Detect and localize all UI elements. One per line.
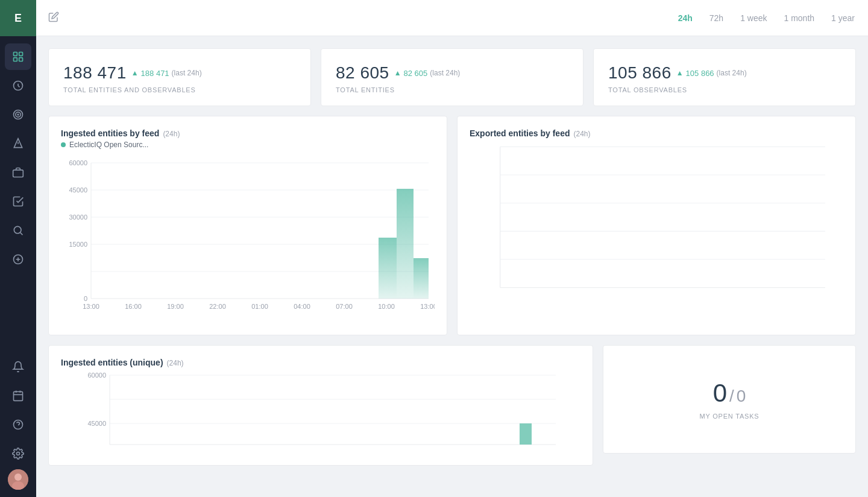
stat-label-observables: TOTAL OBSERVABLES	[608, 86, 841, 93]
exported-chart-card: Exported entities by feed (24h)	[457, 116, 856, 335]
svg-rect-3	[19, 58, 23, 62]
stat-delta-total-eo: ▲ 188 471 (last 24h)	[131, 69, 202, 78]
stat-delta-val-observables: 105 866	[686, 69, 714, 78]
time-filter-1year[interactable]: 1 year	[830, 11, 856, 25]
svg-point-21	[17, 452, 20, 455]
svg-text:60000: 60000	[87, 372, 106, 379]
svg-rect-45	[379, 238, 397, 299]
sidebar-logo[interactable]: E	[0, 0, 36, 36]
stat-period-entities: (last 24h)	[430, 69, 460, 77]
svg-text:13:00: 13:00	[420, 303, 435, 310]
right-column: 0 / 0 MY OPEN TASKS	[603, 345, 856, 466]
svg-point-11	[14, 226, 21, 233]
sidebar-item-add[interactable]	[5, 246, 31, 273]
exported-chart-title: Exported entities by feed (24h)	[470, 128, 843, 138]
stat-main-observables: 105 866 ▲ 105 866 (last 24h)	[608, 63, 841, 83]
stat-arrow-observables: ▲	[676, 69, 684, 77]
tasks-open-number: 0	[713, 379, 727, 408]
stat-card-entities-observables: 188 471 ▲ 188 471 (last 24h) TOTAL ENTIT…	[48, 48, 311, 106]
ingested-unique-svg: 60000 45000	[61, 372, 580, 451]
svg-text:10:00: 10:00	[378, 303, 395, 310]
svg-text:13:00: 13:00	[83, 303, 99, 310]
stats-row: 188 471 ▲ 188 471 (last 24h) TOTAL ENTIT…	[48, 48, 856, 106]
header-left	[48, 11, 59, 25]
time-filters: 24h 72h 1 week 1 month 1 year	[677, 11, 856, 25]
header: 24h 72h 1 week 1 month 1 year	[36, 0, 868, 36]
stat-period-observables: (last 24h)	[717, 69, 747, 77]
ingested-unique-title: Ingested entities (unique) (24h)	[61, 358, 580, 367]
svg-text:45000: 45000	[87, 420, 106, 427]
svg-text:01:00: 01:00	[251, 303, 268, 310]
svg-text:60000: 60000	[69, 159, 87, 166]
stat-delta-observables: ▲ 105 866 (last 24h)	[676, 69, 747, 78]
svg-text:15000: 15000	[69, 241, 87, 248]
sidebar-item-help[interactable]	[5, 411, 31, 438]
svg-text:04:00: 04:00	[294, 303, 310, 310]
sidebar-item-calendar[interactable]	[5, 382, 31, 409]
ingested-unique-card: Ingested entities (unique) (24h) 60000 4…	[48, 345, 593, 466]
sidebar-item-dashboard[interactable]	[5, 43, 31, 70]
stat-arrow: ▲	[131, 69, 139, 77]
sidebar-item-cases[interactable]	[5, 159, 31, 186]
stat-delta-val-entities: 82 605	[404, 69, 428, 78]
stat-main-entities: 82 605 ▲ 82 605 (last 24h)	[336, 63, 568, 83]
stat-label-total-eo: TOTAL ENTITIES AND OBSERVABLES	[63, 86, 296, 93]
stat-main: 188 471 ▲ 188 471 (last 24h)	[63, 63, 296, 83]
svg-point-7	[17, 114, 19, 115]
stat-delta-value: 188 471	[141, 69, 169, 78]
tasks-label: MY OPEN TASKS	[699, 413, 759, 420]
ingested-chart-svg: 60000 45000 30000 15000 0 13:00 16:00 19…	[61, 154, 435, 323]
tasks-card: 0 / 0 MY OPEN TASKS	[603, 345, 856, 454]
stat-card-entities: 82 605 ▲ 82 605 (last 24h) TOTAL ENTITIE…	[321, 48, 583, 106]
sidebar-item-targets[interactable]	[5, 101, 31, 128]
legend-dot-ingested	[61, 142, 66, 147]
svg-rect-2	[14, 58, 17, 62]
ingested-chart-area: 60000 45000 30000 15000 0 13:00 16:00 19…	[61, 154, 435, 323]
time-filter-72h[interactable]: 72h	[708, 11, 725, 25]
content-area: 188 471 ▲ 188 471 (last 24h) TOTAL ENTIT…	[36, 36, 868, 497]
svg-rect-10	[13, 170, 24, 177]
stat-number-observables: 105 866	[608, 63, 671, 83]
sidebar-item-search[interactable]	[5, 217, 31, 244]
tasks-divider: /	[729, 387, 734, 406]
user-avatar[interactable]	[8, 469, 28, 490]
svg-rect-0	[14, 52, 17, 56]
svg-text:30000: 30000	[69, 214, 87, 221]
ingested-chart-card: Ingested entities by feed (24h) Eclectic…	[48, 116, 447, 335]
time-filter-1month[interactable]: 1 month	[782, 11, 816, 25]
stat-number-entities: 82 605	[336, 63, 389, 83]
sidebar-item-settings[interactable]	[5, 440, 31, 467]
svg-rect-15	[14, 391, 23, 400]
stat-delta-entities: ▲ 82 605 (last 24h)	[394, 69, 461, 78]
svg-text:45000: 45000	[69, 186, 87, 194]
main-content: 24h 72h 1 week 1 month 1 year 188 471 ▲ …	[36, 0, 868, 497]
sidebar-item-notifications[interactable]	[5, 353, 31, 380]
ingested-chart-period: (24h)	[163, 130, 180, 138]
svg-point-23	[14, 473, 22, 481]
svg-text:16:00: 16:00	[125, 303, 142, 310]
ingested-chart-title: Ingested entities by feed (24h)	[61, 128, 435, 138]
bottom-row: Ingested entities (unique) (24h) 60000 4…	[48, 345, 856, 466]
time-filter-24h[interactable]: 24h	[677, 11, 694, 25]
stat-card-observables: 105 866 ▲ 105 866 (last 24h) TOTAL OBSER…	[593, 48, 856, 106]
sidebar-item-threats[interactable]	[5, 72, 31, 99]
svg-rect-1	[19, 52, 23, 56]
exported-chart-period: (24h)	[573, 130, 590, 138]
stat-arrow-entities: ▲	[394, 69, 401, 77]
stat-number-total-eo: 188 471	[63, 63, 127, 83]
charts-row: Ingested entities by feed (24h) Eclectic…	[48, 116, 856, 335]
stat-period: (last 24h)	[172, 69, 202, 77]
sidebar-item-incidents[interactable]	[5, 130, 31, 157]
tasks-count: 0 / 0	[713, 379, 746, 408]
exported-chart-area	[470, 141, 843, 309]
edit-icon[interactable]	[48, 11, 59, 25]
sidebar-item-tasks[interactable]	[5, 188, 31, 215]
stat-label-entities: TOTAL ENTITIES	[336, 86, 568, 93]
svg-rect-47	[414, 258, 429, 299]
svg-text:0: 0	[84, 295, 87, 302]
time-filter-1week[interactable]: 1 week	[739, 11, 768, 25]
sidebar-nav	[0, 36, 36, 346]
legend-label-ingested: EclecticIQ Open Sourc...	[69, 141, 148, 149]
sidebar-bottom	[0, 346, 36, 497]
svg-rect-63	[520, 423, 532, 445]
